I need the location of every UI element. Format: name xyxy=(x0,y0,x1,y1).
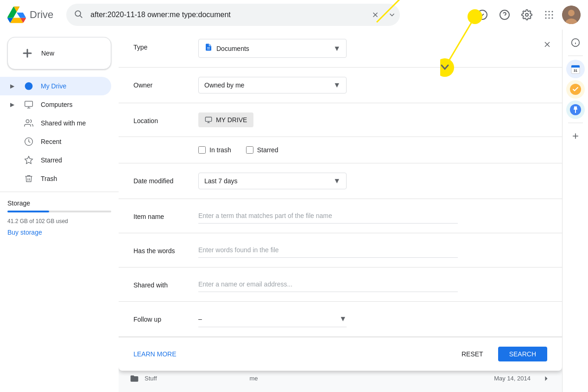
type-dropdown[interactable]: Documents ▼ xyxy=(198,39,347,58)
svg-point-12 xyxy=(545,14,547,16)
search-icon xyxy=(74,9,83,21)
item-name-filter-row: Item name xyxy=(119,199,562,233)
svg-point-11 xyxy=(552,11,553,12)
owner-dropdown[interactable]: Owned by me ▼ xyxy=(198,77,347,93)
location-filter-row: Location MY DRIVE xyxy=(119,103,562,137)
date-control: Last 7 days ▼ xyxy=(198,173,547,189)
svg-rect-42 xyxy=(571,66,580,68)
help-icon-button[interactable] xyxy=(495,6,514,24)
item-name-control xyxy=(198,208,547,224)
svg-point-15 xyxy=(545,18,547,19)
content-area: Type Documents ▼ xyxy=(119,30,562,392)
date-value: Last 7 days xyxy=(204,177,329,185)
type-filter-row: Type Documents ▼ xyxy=(119,30,562,68)
follow-up-arrow: ▼ xyxy=(339,315,347,323)
type-dropdown-arrow: ▼ xyxy=(333,44,341,53)
owner-label: Owner xyxy=(133,77,198,89)
has-words-filter-row: Has the words xyxy=(119,233,562,268)
svg-rect-24 xyxy=(25,101,33,107)
search-input[interactable]: after:2020-11-18 owner:me type:document xyxy=(66,4,400,26)
owner-value: Owned by me xyxy=(204,81,329,89)
search-filter-panel: Type Documents ▼ xyxy=(119,30,562,371)
search-actions: LEARN MORE RESET SEARCH xyxy=(119,337,562,371)
header-actions xyxy=(473,6,581,24)
shared-with-input[interactable] xyxy=(198,277,458,292)
sidebar-item-starred[interactable]: Starred xyxy=(0,151,111,169)
follow-up-dropdown[interactable]: – ▼ xyxy=(198,311,347,327)
starred-checkbox-item[interactable]: Starred xyxy=(246,146,278,154)
svg-point-16 xyxy=(549,18,550,19)
location-control: MY DRIVE xyxy=(198,112,547,127)
sidebar-item-shared[interactable]: Shared with me xyxy=(0,114,111,132)
storage-bar xyxy=(7,211,111,212)
apps-icon-button[interactable] xyxy=(540,6,558,24)
owner-control: Owned by me ▼ xyxy=(198,77,547,93)
in-trash-checkbox-item[interactable]: In trash xyxy=(198,146,231,154)
owner-dropdown-arrow: ▼ xyxy=(333,81,341,89)
search-clear-button[interactable] xyxy=(371,11,379,19)
add-apps-button[interactable] xyxy=(566,127,585,145)
checkboxes-row: In trash Starred xyxy=(119,137,562,163)
expand-icon-computers: ▶ xyxy=(7,100,17,109)
svg-point-14 xyxy=(552,14,553,16)
recent-icon xyxy=(24,137,33,146)
settings-icon-button[interactable] xyxy=(518,6,536,24)
learn-more-button[interactable]: LEARN MORE xyxy=(133,350,177,358)
svg-rect-34 xyxy=(205,117,211,121)
svg-text:31: 31 xyxy=(574,69,577,72)
search-submit-button[interactable]: SEARCH xyxy=(498,347,547,361)
has-words-input[interactable] xyxy=(198,243,458,258)
in-trash-checkbox[interactable] xyxy=(198,146,206,154)
sidebar-item-label: Recent xyxy=(41,138,61,145)
sidebar-item-label: Shared with me xyxy=(41,119,86,127)
shared-with-label: Shared with xyxy=(133,277,198,289)
location-chip[interactable]: MY DRIVE xyxy=(198,112,253,127)
type-value: Documents xyxy=(216,45,329,52)
verified-icon-button[interactable] xyxy=(473,6,492,24)
starred-label: Starred xyxy=(257,146,278,154)
file-hint-owner: me xyxy=(157,375,494,382)
calendar-button[interactable]: 31 xyxy=(566,60,585,78)
search-bar-container: after:2020-11-18 owner:me type:document xyxy=(66,4,400,26)
keep-button[interactable] xyxy=(566,100,585,119)
app-logo[interactable]: Drive xyxy=(7,6,61,24)
new-button-label: New xyxy=(41,50,54,57)
svg-point-27 xyxy=(26,120,29,123)
new-button[interactable]: New xyxy=(7,37,111,69)
date-dropdown[interactable]: Last 7 days ▼ xyxy=(198,173,347,189)
sidebar-item-recent[interactable]: Recent xyxy=(0,132,111,151)
sidebar-item-computers[interactable]: ▶ Computers xyxy=(0,95,111,114)
docs-icon xyxy=(204,43,213,54)
trash-icon xyxy=(24,174,33,183)
follow-up-value: – xyxy=(198,315,339,323)
main-layout: New ▶ My Drive ▶ Computers xyxy=(0,30,588,392)
in-trash-label: In trash xyxy=(209,146,231,154)
close-panel-button[interactable] xyxy=(540,37,555,52)
sidebar-item-my-drive[interactable]: ▶ My Drive xyxy=(0,77,111,95)
storage-bar-fill xyxy=(7,211,49,212)
right-sidebar: 31 xyxy=(562,30,588,392)
svg-point-0 xyxy=(76,11,81,16)
type-label: Type xyxy=(133,39,198,51)
info-panel-button[interactable] xyxy=(566,33,585,52)
follow-up-label: Follow up xyxy=(133,311,198,323)
sidebar-item-trash[interactable]: Trash xyxy=(0,169,111,188)
starred-checkbox[interactable] xyxy=(246,146,253,154)
sidebar-item-label: Computers xyxy=(41,101,72,108)
has-words-control xyxy=(198,243,547,258)
date-dropdown-arrow: ▼ xyxy=(333,177,341,185)
buy-storage-button[interactable]: Buy storage xyxy=(7,229,42,236)
shared-with-control xyxy=(198,277,547,292)
location-label: Location xyxy=(133,112,198,124)
reset-button[interactable]: RESET xyxy=(450,347,494,361)
svg-point-10 xyxy=(549,11,550,12)
item-name-input[interactable] xyxy=(198,208,458,224)
has-words-label: Has the words xyxy=(133,243,198,255)
tasks-button[interactable] xyxy=(566,80,585,99)
user-avatar[interactable] xyxy=(562,6,581,24)
search-expand-button[interactable] xyxy=(388,11,396,19)
svg-point-13 xyxy=(549,14,550,16)
computers-icon xyxy=(24,100,33,109)
sidebar-divider xyxy=(0,192,119,192)
file-hint-name: Stuff xyxy=(145,375,157,382)
